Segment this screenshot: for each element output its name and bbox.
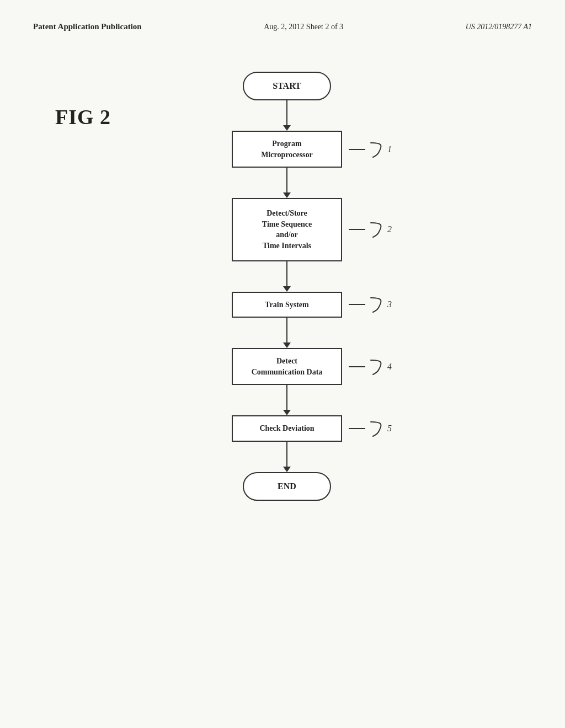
ref-line-4	[349, 366, 365, 367]
start-oval: START	[243, 72, 331, 100]
step3-text: Train System	[265, 299, 308, 311]
ref-number-3: 3	[387, 299, 392, 309]
step5-ref: 5	[349, 420, 392, 437]
step2-wrapper: Detect/StoreTime Sequenceand/orTime Inte…	[232, 198, 342, 261]
header-left-text: Patent Application Publication	[33, 22, 142, 31]
arrow-6	[283, 467, 291, 472]
step4-box: DetectCommunication Data	[232, 348, 342, 385]
connector-1	[286, 100, 287, 125]
arrow-2	[283, 192, 291, 198]
connector-5	[286, 385, 287, 410]
end-oval: END	[243, 472, 331, 501]
ref-number-1: 1	[387, 144, 392, 154]
ref-line-1	[349, 149, 365, 150]
ref-line-2	[349, 229, 365, 230]
step5-text: Check Deviation	[259, 423, 314, 434]
start-label: START	[273, 81, 301, 91]
ref-number-5: 5	[387, 424, 392, 433]
step4-text: DetectCommunication Data	[252, 356, 323, 377]
connector-3	[286, 261, 287, 286]
ref-line-3	[349, 304, 365, 305]
flowchart: START ProgramMicroprocessor 1 Detect/St	[193, 72, 381, 501]
ref-bracket-2	[369, 221, 384, 238]
step4-wrapper: DetectCommunication Data 4	[232, 348, 342, 385]
ref-bracket-5	[369, 420, 384, 437]
header-middle-text: Aug. 2, 2012 Sheet 2 of 3	[142, 23, 466, 31]
header-right-text: US 2012/0198277 A1	[466, 23, 532, 31]
step3-box: Train System	[232, 292, 342, 318]
arrow-3	[283, 286, 291, 292]
step1-text: ProgramMicroprocessor	[261, 138, 313, 160]
ref-number-2: 2	[387, 224, 392, 234]
step3-ref: 3	[349, 296, 392, 313]
step1-box: ProgramMicroprocessor	[232, 131, 342, 168]
figure-label: FIG 2	[55, 105, 111, 129]
ref-bracket-4	[369, 358, 384, 376]
step3-wrapper: Train System 3	[232, 292, 342, 318]
ref-bracket-3	[369, 296, 384, 313]
arrow-1	[283, 125, 291, 131]
connector-4	[286, 318, 287, 342]
step1-wrapper: ProgramMicroprocessor 1	[232, 131, 342, 168]
connector-2	[286, 168, 287, 192]
connector-6	[286, 442, 287, 467]
end-label: END	[278, 481, 296, 491]
arrow-4	[283, 342, 291, 348]
step2-text: Detect/StoreTime Sequenceand/orTime Inte…	[262, 208, 312, 251]
ref-bracket-1	[369, 141, 384, 158]
arrow-5	[283, 410, 291, 415]
ref-line-5	[349, 428, 365, 429]
step5-box: Check Deviation	[232, 415, 342, 442]
ref-number-4: 4	[387, 362, 392, 372]
patent-page: Patent Application Publication Aug. 2, 2…	[0, 0, 565, 728]
step2-box: Detect/StoreTime Sequenceand/orTime Inte…	[232, 198, 342, 261]
step2-ref: 2	[349, 221, 392, 238]
page-header: Patent Application Publication Aug. 2, 2…	[0, 22, 565, 31]
step4-ref: 4	[349, 358, 392, 376]
step1-ref: 1	[349, 141, 392, 158]
step5-wrapper: Check Deviation 5	[232, 415, 342, 442]
